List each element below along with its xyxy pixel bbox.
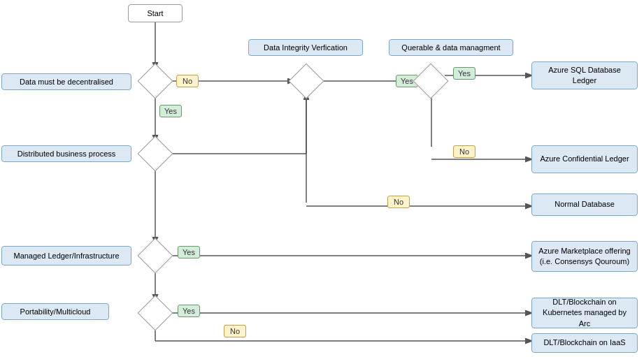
question-distributed: Distributed business process	[1, 145, 131, 162]
label-d3-yes: Yes	[178, 246, 200, 258]
diamond-decentralised	[143, 68, 168, 94]
start-node: Start	[128, 4, 183, 22]
label-d1-yes: Yes	[159, 105, 182, 117]
question-decentralised: Data must be decentralised	[1, 73, 131, 90]
question-portability: Portability/Multicloud	[1, 303, 109, 320]
diamond-managed	[143, 243, 168, 268]
label-d4-yes: Yes	[178, 305, 200, 317]
diamond-portability	[143, 300, 168, 326]
header-querable: Querable & data managment	[389, 39, 513, 56]
result-azure-confidential: Azure Confidential Ledger	[531, 145, 638, 173]
header-integrity: Data Integrity Verfication	[248, 39, 363, 56]
question-managed: Managed Ledger/Infrastructure	[1, 246, 131, 265]
diamond-integrity	[294, 68, 319, 94]
label-querable-yes: Yes	[453, 67, 475, 80]
result-azure-marketplace: Azure Marketplace offering (i.e. Consens…	[531, 241, 638, 272]
flowchart-diagram: Start Data Integrity Verfication Querabl…	[0, 0, 644, 357]
diamond-distributed	[143, 141, 168, 166]
label-d1-no: No	[176, 75, 199, 87]
label-d4-no: No	[224, 325, 246, 337]
label-querable-no: No	[453, 145, 475, 158]
label-integrity-no: No	[387, 196, 410, 208]
diamond-querable	[418, 68, 443, 94]
result-dlt-iaas: DLT/Blockchain on IaaS	[531, 333, 638, 353]
result-dlt-kubernetes: DLT/Blockchain on Kubernetes managed by …	[531, 298, 638, 328]
result-normal-db: Normal Database	[531, 194, 638, 216]
result-azure-sql: Azure SQL Database Ledger	[531, 61, 638, 89]
